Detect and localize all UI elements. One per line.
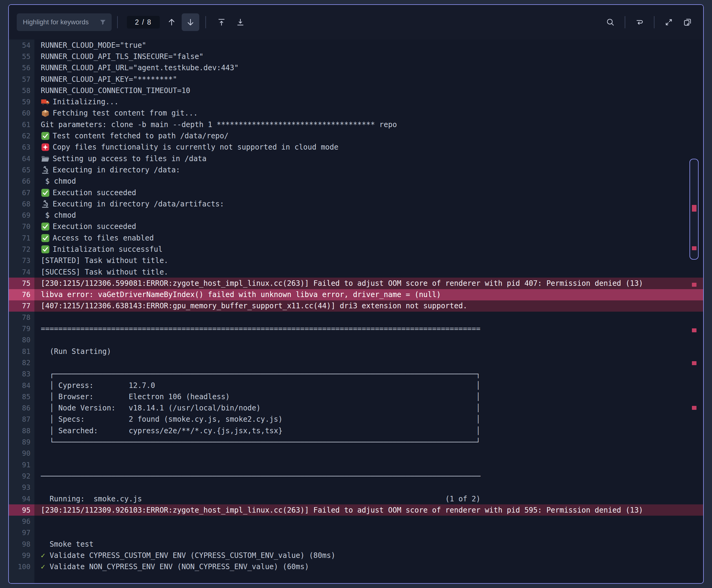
arrow-down-icon — [186, 17, 195, 27]
log-line-text: Initializing... — [34, 96, 703, 107]
log-line-text: Copy files functionality is currently no… — [34, 142, 703, 153]
log-line-text: libva error: vaGetDriverNameByIndex() fa… — [34, 289, 703, 300]
log-line: 62Test content fetched to path /data/rep… — [9, 130, 703, 141]
line-number: 84 — [9, 380, 34, 391]
jump-to-top-button[interactable] — [214, 15, 229, 30]
line-number: 72 — [9, 244, 34, 255]
expand-icon — [664, 18, 673, 27]
log-line-text: Executing in directory /data/artifacts: — [34, 198, 703, 209]
line-number: 67 — [9, 187, 34, 198]
line-number: 94 — [9, 493, 34, 504]
keyword-highlight-input[interactable] — [17, 13, 112, 31]
line-number: 58 — [9, 85, 34, 96]
log-line-text — [34, 459, 703, 470]
error-position-marker — [692, 361, 696, 365]
previous-match-button[interactable] — [164, 15, 179, 30]
line-number: 95 — [9, 504, 34, 516]
log-line: 96 — [9, 516, 703, 527]
search-button[interactable] — [603, 15, 618, 30]
arrow-up-icon — [167, 17, 177, 27]
log-line: 59Initializing... — [9, 96, 703, 107]
line-number: 87 — [9, 414, 34, 425]
line-number: 75 — [9, 278, 34, 289]
line-number: 93 — [9, 482, 34, 493]
line-number: 83 — [9, 369, 34, 380]
log-line-text: (Run Starting) — [34, 346, 703, 357]
microscope-icon — [41, 200, 50, 209]
log-line-text: Access to files enabled — [34, 232, 703, 244]
log-line-text — [34, 516, 703, 527]
check-icon — [41, 188, 50, 197]
line-number: 57 — [9, 74, 34, 85]
log-line: 98 Smoke test — [9, 539, 703, 550]
passed-check-icon: ✓ — [41, 563, 45, 571]
passed-check-icon: ✓ — [41, 551, 45, 560]
log-line: 63Copy files functionality is currently … — [9, 142, 703, 153]
error-position-marker — [692, 328, 696, 332]
log-line: 91 — [9, 459, 703, 470]
jump-to-bottom-button[interactable] — [233, 15, 248, 30]
package-icon — [41, 108, 50, 118]
log-line: 68Executing in directory /data/artifacts… — [9, 198, 703, 209]
line-number: 74 — [9, 266, 34, 278]
line-number: 69 — [9, 209, 34, 221]
log-line: 65Executing in directory /data: — [9, 164, 703, 175]
log-line-text: [STARTED] Task without title. — [34, 255, 703, 266]
log-line-text: │ Cypress: 12.7.0 │ — [34, 380, 703, 391]
log-line: 79======================================… — [9, 323, 703, 334]
log-line: 54RUNNER_CLOUD_MODE="true" — [9, 40, 703, 51]
log-output-area[interactable]: 54RUNNER_CLOUD_MODE="true"55RUNNER_CLOUD… — [9, 40, 703, 583]
log-viewer-panel: 2 / 8 — [8, 4, 704, 584]
line-number: 64 — [9, 153, 34, 164]
log-line: 81 (Run Starting) — [9, 346, 703, 357]
toolbar-divider — [117, 16, 118, 28]
word-wrap-button[interactable] — [632, 15, 647, 30]
log-line-text: Executing in directory /data: — [34, 164, 703, 175]
line-number: 80 — [9, 334, 34, 346]
log-line-text: └───────────────────────────────────────… — [34, 436, 703, 447]
log-line: 73[STARTED] Task without title. — [9, 255, 703, 266]
log-line-text: Smoke test — [34, 539, 703, 550]
line-number: 56 — [9, 62, 34, 74]
log-line-text: ✓ Validate CYPRESS_CUSTOM_ENV ENV (CYPRE… — [34, 550, 703, 561]
log-line-text: RUNNER_CLOUD_API_TLS_INSECURE="false" — [34, 51, 703, 62]
jump-to-bottom-icon — [236, 18, 245, 27]
line-number: 65 — [9, 164, 34, 175]
line-number: 96 — [9, 516, 34, 527]
microscope-icon — [41, 165, 50, 174]
log-line-error: 95[230:1215/112309.926103:ERROR:zygote_h… — [9, 504, 703, 516]
copy-button[interactable] — [680, 15, 695, 30]
log-line-text: │ Specs: 2 found (smoke.cy.js, smoke2.cy… — [34, 414, 703, 425]
next-match-button[interactable] — [182, 13, 199, 31]
line-number: 90 — [9, 448, 34, 459]
siren-icon — [41, 143, 50, 152]
error-position-marker — [692, 205, 696, 212]
folder-icon — [41, 154, 50, 163]
keyword-highlight-field-wrap — [17, 13, 112, 31]
check-icon — [41, 131, 50, 141]
line-number: 91 — [9, 459, 34, 470]
log-line: 72Initialization successful — [9, 244, 703, 255]
log-line: 58RUNNER_CLOUD_CONNECTION_TIMEOUT=10 — [9, 85, 703, 96]
log-line: 70Execution succeeded — [9, 221, 703, 232]
log-line-text: Execution succeeded — [34, 187, 703, 198]
log-line: 55RUNNER_CLOUD_API_TLS_INSECURE="false" — [9, 51, 703, 62]
log-line-text: RUNNER_CLOUD_API_URL="agent.testkube.dev… — [34, 62, 703, 74]
line-number: 76 — [9, 289, 34, 300]
log-line-text: RUNNER_CLOUD_CONNECTION_TIMEOUT=10 — [34, 85, 703, 96]
error-position-marker — [692, 246, 696, 250]
log-line-text: ────────────────────────────────────────… — [34, 470, 703, 482]
log-line-text: [230:1215/112306.599081:ERROR:zygote_hos… — [34, 278, 703, 289]
log-line-text: Fetching test content from git... — [34, 108, 703, 119]
line-number: 61 — [9, 119, 34, 130]
expand-button[interactable] — [661, 15, 676, 30]
line-number: 54 — [9, 40, 34, 51]
line-number: 59 — [9, 96, 34, 107]
log-line: 71Access to files enabled — [9, 232, 703, 244]
log-line: 69 $ chmod — [9, 209, 703, 221]
log-line-error: 75[230:1215/112306.599081:ERROR:zygote_h… — [9, 278, 703, 289]
line-number: 62 — [9, 130, 34, 141]
log-line: 60Fetching test content from git... — [9, 108, 703, 119]
log-line: 87 │ Specs: 2 found (smoke.cy.js, smoke2… — [9, 414, 703, 425]
log-line-text: [SUCCESS] Task without title. — [34, 266, 703, 278]
